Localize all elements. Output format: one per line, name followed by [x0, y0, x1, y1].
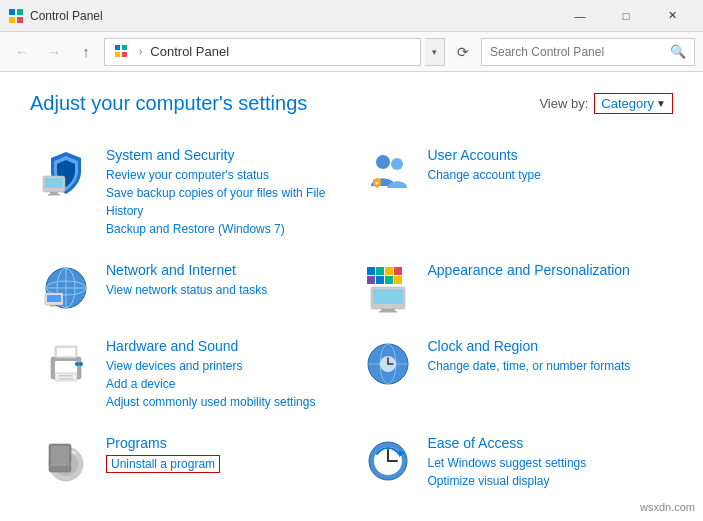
- search-box[interactable]: 🔍: [481, 38, 695, 66]
- svg-rect-6: [115, 52, 120, 57]
- search-icon: 🔍: [670, 44, 686, 59]
- view-by-value: Category: [601, 96, 654, 111]
- svg-rect-29: [385, 276, 393, 284]
- user-accounts-title[interactable]: User Accounts: [428, 147, 664, 163]
- svg-point-42: [75, 362, 79, 366]
- programs-title[interactable]: Programs: [106, 435, 342, 451]
- minimize-button[interactable]: —: [557, 0, 603, 32]
- svg-rect-21: [47, 295, 61, 302]
- ease-access-icon: [362, 435, 414, 487]
- page-title: Adjust your computer's settings: [30, 92, 307, 115]
- svg-rect-27: [367, 276, 375, 284]
- svg-rect-0: [9, 9, 15, 15]
- category-ease-access: Ease of Access Let Windows suggest setti…: [352, 427, 674, 498]
- title-bar-icon: [8, 8, 24, 24]
- system-security-link-2[interactable]: Save backup copies of your files with Fi…: [106, 184, 342, 220]
- appearance-title[interactable]: Appearance and Personalization: [428, 262, 664, 278]
- hardware-sound-icon: [40, 338, 92, 390]
- clock-region-title[interactable]: Clock and Region: [428, 338, 664, 354]
- ease-access-link-1[interactable]: Let Windows suggest settings: [428, 454, 664, 472]
- svg-rect-11: [48, 194, 60, 196]
- ease-access-link-2[interactable]: Optimize visual display: [428, 472, 664, 490]
- svg-rect-1: [17, 9, 23, 15]
- address-bar: ← → ↑ › Control Panel ▾ ⟳ 🔍: [0, 32, 703, 72]
- address-box[interactable]: › Control Panel: [104, 38, 421, 66]
- appearance-text: Appearance and Personalization: [428, 262, 664, 281]
- svg-rect-38: [57, 348, 75, 356]
- network-internet-link-1[interactable]: View network status and tasks: [106, 281, 342, 299]
- clock-region-icon: [362, 338, 414, 390]
- user-accounts-link-1[interactable]: Change account type: [428, 166, 664, 184]
- address-dropdown[interactable]: ▾: [425, 38, 445, 66]
- view-by-label: View by:: [539, 96, 588, 111]
- svg-point-43: [79, 362, 83, 366]
- svg-point-14: [375, 182, 378, 185]
- system-security-title[interactable]: System and Security: [106, 147, 342, 163]
- hardware-sound-link-3[interactable]: Adjust commonly used mobility settings: [106, 393, 342, 411]
- svg-rect-28: [376, 276, 384, 284]
- svg-rect-41: [59, 378, 73, 380]
- hardware-sound-link-1[interactable]: View devices and printers: [106, 357, 342, 375]
- svg-point-13: [391, 158, 403, 170]
- svg-rect-4: [115, 45, 120, 50]
- category-clock-region: Clock and Region Change date, time, or n…: [352, 330, 674, 419]
- programs-icon: [40, 435, 92, 487]
- refresh-button[interactable]: ⟳: [449, 38, 477, 66]
- watermark: wsxdn.com: [640, 501, 695, 513]
- category-user-accounts: User Accounts Change account type: [352, 139, 674, 246]
- forward-button[interactable]: →: [40, 38, 68, 66]
- network-internet-icon: [40, 262, 92, 314]
- programs-text: Programs Uninstall a program: [106, 435, 342, 473]
- main-content: Adjust your computer's settings View by:…: [0, 72, 703, 518]
- control-panel-address-icon: [113, 43, 131, 61]
- svg-rect-25: [385, 267, 393, 275]
- svg-rect-26: [394, 267, 402, 275]
- svg-rect-22: [50, 305, 56, 307]
- svg-rect-55: [51, 446, 69, 466]
- clock-region-link-1[interactable]: Change date, time, or number formats: [428, 357, 664, 375]
- system-security-link-1[interactable]: Review your computer's status: [106, 166, 342, 184]
- page-header: Adjust your computer's settings View by:…: [30, 92, 673, 115]
- category-appearance: Appearance and Personalization: [352, 254, 674, 322]
- category-network-internet: Network and Internet View network status…: [30, 254, 352, 322]
- svg-rect-24: [376, 267, 384, 275]
- title-bar-title: Control Panel: [30, 9, 557, 23]
- address-text: Control Panel: [150, 44, 229, 59]
- category-programs: Programs Uninstall a program: [30, 427, 352, 498]
- user-accounts-icon: [362, 147, 414, 199]
- hardware-sound-text: Hardware and Sound View devices and prin…: [106, 338, 342, 411]
- hardware-sound-title[interactable]: Hardware and Sound: [106, 338, 342, 354]
- svg-rect-39: [55, 373, 77, 381]
- category-hardware-sound: Hardware and Sound View devices and prin…: [30, 330, 352, 419]
- svg-rect-7: [122, 52, 127, 57]
- svg-rect-34: [379, 311, 397, 313]
- category-system-security: System and Security Review your computer…: [30, 139, 352, 246]
- view-by-arrow-icon: ▼: [656, 98, 666, 109]
- title-bar-controls: — □ ✕: [557, 0, 695, 32]
- close-button[interactable]: ✕: [649, 0, 695, 32]
- svg-rect-40: [59, 375, 73, 377]
- maximize-button[interactable]: □: [603, 0, 649, 32]
- svg-rect-5: [122, 45, 127, 50]
- svg-rect-2: [9, 17, 15, 23]
- settings-grid: System and Security Review your computer…: [30, 139, 673, 498]
- system-security-icon: [40, 147, 92, 199]
- ease-access-title[interactable]: Ease of Access: [428, 435, 664, 451]
- appearance-icon: [362, 262, 414, 314]
- programs-uninstall-link[interactable]: Uninstall a program: [106, 455, 220, 473]
- clock-region-text: Clock and Region Change date, time, or n…: [428, 338, 664, 375]
- back-button[interactable]: ←: [8, 38, 36, 66]
- svg-rect-32: [373, 289, 403, 304]
- title-bar: Control Panel — □ ✕: [0, 0, 703, 32]
- hardware-sound-link-2[interactable]: Add a device: [106, 375, 342, 393]
- up-button[interactable]: ↑: [72, 38, 100, 66]
- svg-rect-3: [17, 17, 23, 23]
- view-by-control: View by: Category ▼: [539, 93, 673, 114]
- system-security-link-3[interactable]: Backup and Restore (Windows 7): [106, 220, 342, 238]
- svg-point-12: [376, 155, 390, 169]
- search-input[interactable]: [490, 45, 666, 59]
- view-by-dropdown[interactable]: Category ▼: [594, 93, 673, 114]
- svg-rect-23: [367, 267, 375, 275]
- network-internet-title[interactable]: Network and Internet: [106, 262, 342, 278]
- network-internet-text: Network and Internet View network status…: [106, 262, 342, 299]
